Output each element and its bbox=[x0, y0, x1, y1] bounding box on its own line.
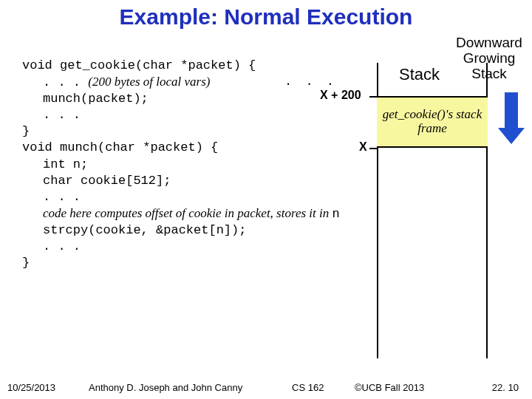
code-line: . . . bbox=[22, 189, 347, 205]
code-comment: (200 bytes of local vars) bbox=[88, 75, 210, 89]
code-text: n bbox=[332, 207, 340, 221]
stack-frame: get_cookie()'s stack frame bbox=[377, 96, 488, 148]
code-line: strcpy(cookie, &packet[n]); bbox=[22, 222, 347, 239]
code-line: int n; bbox=[22, 157, 347, 173]
code-block: void get_cookie(char *packet) { . . . (2… bbox=[22, 58, 347, 271]
page-title: Example: Normal Execution bbox=[0, 4, 532, 30]
footer-date: 10/25/2013 bbox=[7, 382, 55, 393]
code-line: code here computes offset of cookie in p… bbox=[22, 205, 347, 222]
down-arrow-icon bbox=[502, 92, 520, 144]
footer-page-number: 22. 10 bbox=[492, 382, 519, 393]
code-line: void get_cookie(char *packet) { bbox=[22, 58, 347, 74]
code-line: . . . bbox=[22, 107, 347, 123]
code-line: . . . (200 bytes of local vars) . . . bbox=[22, 74, 347, 91]
footer-authors: Anthony D. Joseph and John Canny bbox=[89, 382, 242, 393]
code-line: char cookie[512]; bbox=[22, 173, 347, 189]
code-text: . . . bbox=[43, 75, 88, 89]
footer-course: CS 162 bbox=[292, 382, 324, 393]
code-line: void munch(char *packet) { bbox=[22, 140, 347, 156]
footer-copyright: ©UCB Fall 2013 bbox=[355, 382, 424, 393]
code-line: } bbox=[22, 255, 347, 271]
pointer-label-x: X bbox=[359, 140, 367, 154]
code-line: . . . bbox=[22, 239, 347, 255]
tick-mark bbox=[369, 148, 377, 149]
tick-mark bbox=[369, 96, 377, 98]
code-line: } bbox=[22, 123, 347, 140]
code-text: . . . bbox=[284, 74, 337, 90]
code-comment: code here computes offset of cookie in p… bbox=[43, 206, 332, 220]
code-line: munch(packet); bbox=[22, 91, 347, 107]
slide: Example: Normal Execution Downward Growi… bbox=[0, 0, 532, 399]
